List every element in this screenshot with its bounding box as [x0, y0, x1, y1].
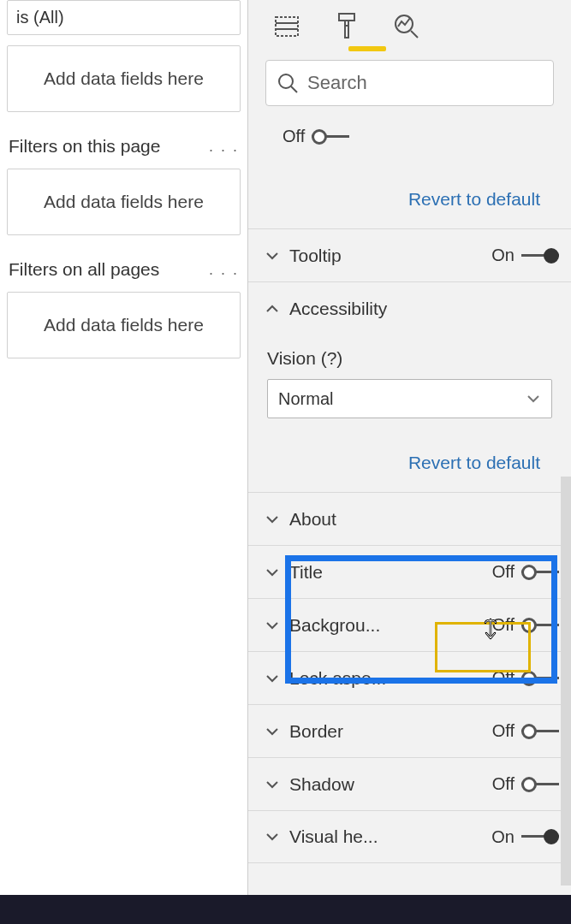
border-label: Border: [286, 721, 487, 742]
fields-tab-icon[interactable]: [272, 12, 301, 41]
active-tab-indicator: [348, 46, 386, 51]
search-box[interactable]: [265, 60, 554, 106]
unnamed-toggle[interactable]: Off: [283, 127, 571, 146]
search-input[interactable]: [307, 72, 543, 94]
about-label: About: [286, 509, 559, 530]
background-row[interactable]: Backgrou... Off: [248, 598, 571, 651]
scrollbar[interactable]: [561, 477, 571, 886]
visualization-tabs: [248, 0, 571, 41]
dropzone-label: Add data fields here: [44, 192, 204, 212]
title-label: Title: [286, 562, 487, 583]
tooltip-row[interactable]: Tooltip On: [248, 228, 571, 281]
dropzone-label: Add data fields here: [44, 68, 204, 89]
border-toggle[interactable]: Off: [492, 721, 559, 741]
svg-rect-3: [339, 14, 354, 21]
shadow-label: Shadow: [286, 774, 487, 795]
chevron-down-icon: [264, 511, 281, 528]
chevron-down-icon: [264, 723, 281, 740]
lock-aspect-label: Lock aspe...: [286, 668, 487, 689]
shadow-row[interactable]: Shadow Off: [248, 757, 571, 810]
filter-card[interactable]: is (All): [7, 0, 241, 35]
about-row[interactable]: About: [248, 492, 571, 545]
dropzone-all[interactable]: Add data fields here: [7, 292, 241, 358]
vision-label: Vision (?): [267, 348, 552, 369]
lock-aspect-toggle[interactable]: Off: [492, 668, 559, 688]
accessibility-row[interactable]: Accessibility: [248, 281, 571, 335]
revert-link[interactable]: Revert to default: [248, 189, 571, 210]
format-tab-icon[interactable]: [332, 12, 361, 41]
tooltip-toggle[interactable]: On: [491, 246, 559, 265]
chevron-down-icon: [264, 617, 281, 634]
chevron-down-icon: [264, 670, 281, 687]
title-toggle[interactable]: Off: [492, 562, 559, 582]
format-scroll-area: Off Revert to default Tooltip On Accessi…: [248, 111, 571, 924]
svg-rect-0: [276, 17, 298, 36]
vision-value: Normal: [278, 389, 333, 409]
toggle-state: Off: [283, 127, 305, 146]
border-row[interactable]: Border Off: [248, 704, 571, 757]
more-icon[interactable]: . . .: [209, 261, 239, 279]
filter-card-label: is (All): [16, 8, 64, 27]
tooltip-label: Tooltip: [286, 246, 486, 266]
chevron-down-icon: [264, 828, 281, 845]
search-icon: [277, 72, 299, 94]
accessibility-section: Vision (?) Normal: [248, 335, 571, 424]
chevron-down-icon: [264, 247, 281, 264]
svg-line-8: [291, 86, 297, 92]
background-label: Backgrou...: [286, 615, 487, 636]
filters-all-heading: Filters on all pages: [9, 259, 159, 280]
vision-select[interactable]: Normal: [267, 379, 552, 418]
shadow-toggle[interactable]: Off: [492, 774, 559, 794]
switch-icon[interactable]: [312, 129, 349, 145]
title-row[interactable]: Title Off: [248, 545, 571, 598]
lock-aspect-row[interactable]: Lock aspe... Off: [248, 651, 571, 704]
dropzone-visual[interactable]: Add data fields here: [7, 45, 241, 112]
more-icon[interactable]: . . .: [209, 138, 239, 156]
bottom-bar: [0, 895, 571, 924]
chevron-down-icon: [526, 391, 541, 406]
visual-header-toggle[interactable]: On: [491, 827, 559, 847]
svg-rect-4: [345, 26, 348, 38]
dropzone-page[interactable]: Add data fields here: [7, 169, 241, 235]
svg-point-7: [279, 74, 293, 88]
accessibility-label: Accessibility: [286, 299, 559, 319]
format-panel: Off Revert to default Tooltip On Accessi…: [248, 0, 571, 924]
chevron-down-icon: [264, 776, 281, 793]
chevron-down-icon: [264, 564, 281, 581]
revert-link[interactable]: Revert to default: [248, 453, 571, 473]
visual-header-row[interactable]: Visual he... On: [248, 810, 571, 863]
background-toggle[interactable]: Off: [492, 615, 559, 635]
chevron-up-icon: [264, 300, 281, 317]
filters-panel: is (All) Add data fields here Filters on…: [0, 0, 248, 924]
visual-header-label: Visual he...: [286, 826, 486, 847]
analytics-tab-icon[interactable]: [392, 12, 421, 41]
filters-page-heading: Filters on this page: [9, 136, 160, 157]
svg-line-6: [411, 31, 418, 38]
dropzone-label: Add data fields here: [44, 315, 204, 335]
